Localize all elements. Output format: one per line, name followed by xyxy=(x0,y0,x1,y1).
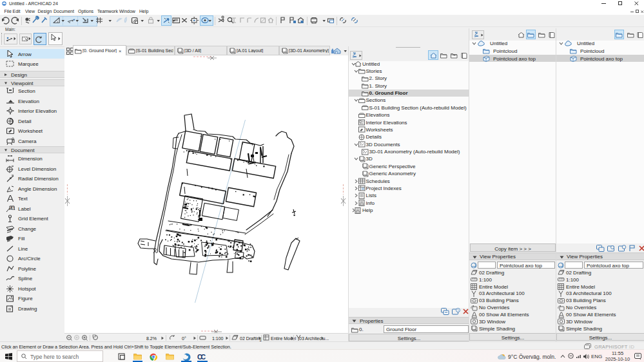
svg-text:A1: A1 xyxy=(10,206,15,211)
